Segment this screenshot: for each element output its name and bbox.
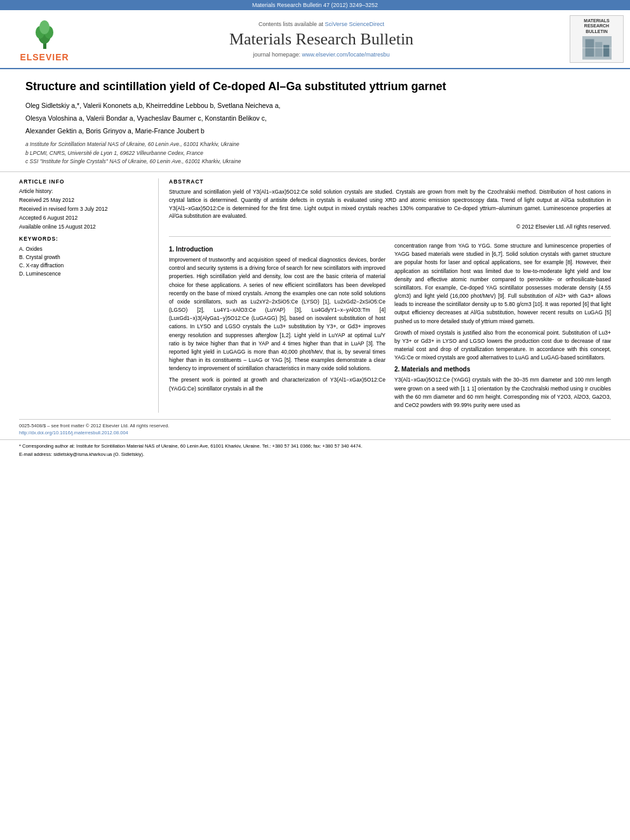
keyword-3: C. X-ray diffraction xyxy=(19,262,148,270)
contents-text: Contents lists available at xyxy=(258,21,323,27)
body-text-area: 1. Introduction Improvement of trustwort… xyxy=(169,242,611,413)
svg-rect-8 xyxy=(603,45,609,57)
intro-para-2: The present work is pointed at growth an… xyxy=(169,376,385,392)
keyword-2: B. Crystal growth xyxy=(19,253,148,262)
article-info-title: ARTICLE INFO xyxy=(19,178,148,185)
journal-cover-icon xyxy=(581,36,613,60)
affiliation-c: c SSI "Institute for Single Crystals" NA… xyxy=(25,157,605,166)
abstract-title: ABSTRACT xyxy=(169,178,611,185)
copyright-line: © 2012 Elsevier Ltd. All rights reserved… xyxy=(169,223,611,230)
available-date: Available online 15 August 2012 xyxy=(19,223,148,231)
keywords-title: Keywords: xyxy=(19,236,148,242)
body-column-left: 1. Introduction Improvement of trustwort… xyxy=(169,242,385,413)
svg-point-4 xyxy=(39,20,50,34)
abstract-box: ABSTRACT Structure and scintillation yie… xyxy=(169,178,611,230)
journal-logo-title: MATERIALSRESEARCHBULLETIN xyxy=(584,18,609,34)
keywords-section: Keywords: A. Oxides B. Crystal growth C.… xyxy=(19,236,148,277)
affiliation-a: a Institute for Scintillation Material N… xyxy=(25,140,605,149)
section2-text: Y3(Al1−xGax)5O12:Ce (YAGG) crystals with… xyxy=(394,376,611,410)
sciverse-link[interactable]: SciVerse ScienceDirect xyxy=(325,21,385,27)
intro-heading: 1. Introduction xyxy=(169,246,385,253)
issn-note: 0025-5408/$ – see front matter © 2012 El… xyxy=(19,423,611,429)
received-date: Received 25 May 2012 xyxy=(19,197,148,204)
history-label: Article history: xyxy=(19,188,148,196)
body-column-right: concentration range from YAG to YGG. Som… xyxy=(394,242,611,413)
journal-title-area: Contents lists available at SciVerse Sci… xyxy=(89,21,554,58)
article-info-column: ARTICLE INFO Article history: Received 2… xyxy=(19,178,159,413)
main-content: ARTICLE INFO Article history: Received 2… xyxy=(0,178,630,413)
accepted-date: Accepted 6 August 2012 xyxy=(19,215,148,222)
intro-col2-para-1: concentration range from YAG to YGG. Som… xyxy=(394,242,611,326)
journal-citation-bar: Materials Research Bulletin 47 (2012) 32… xyxy=(0,0,630,10)
footnote-star: * Corresponding author at: Institute for… xyxy=(19,443,630,450)
section2-heading: 2. Materials and methods xyxy=(394,366,611,373)
elsevier-logo: ELSEVIER xyxy=(6,16,83,62)
elsevier-tree-icon xyxy=(27,16,62,51)
journal-citation-text: Materials Research Bulletin 47 (2012) 32… xyxy=(252,2,378,8)
page-footer: 0025-5408/$ – see front matter © 2012 El… xyxy=(19,419,611,436)
article-content-column: ABSTRACT Structure and scintillation yie… xyxy=(159,178,611,413)
doi-link[interactable]: http://dx.doi.org/10.1016/j.materresbull… xyxy=(19,430,128,436)
authors-line-1: Oleg Sidletskiy a,*, Valerii Kononets a,… xyxy=(25,100,605,111)
section-divider xyxy=(169,236,611,237)
article-info-box: ARTICLE INFO Article history: Received 2… xyxy=(19,178,148,277)
keyword-1: A. Oxides xyxy=(19,245,148,253)
footnote-email: E-mail address: sidletskiy@isma.kharkov.… xyxy=(19,451,630,458)
authors-line-2: Olesya Voloshina a, Valerii Bondar a, Vy… xyxy=(25,113,605,124)
sciverse-line: Contents lists available at SciVerse Sci… xyxy=(89,21,554,27)
abstract-text: Structure and scintillation yield of Y3(… xyxy=(169,188,611,220)
intro-col2-para-2: Growth of mixed crystals is justified al… xyxy=(394,329,611,363)
elsevier-wordmark: ELSEVIER xyxy=(20,52,69,62)
journal-logo-area: MATERIALSRESEARCHBULLETIN xyxy=(560,15,624,63)
affiliations: a Institute for Scintillation Material N… xyxy=(25,140,605,166)
publisher-logo-area: ELSEVIER xyxy=(6,16,83,62)
keyword-4: D. Luminescence xyxy=(19,270,148,278)
homepage-label: journal homepage: xyxy=(253,51,302,58)
article-title-section: Structure and scintillation yield of Ce-… xyxy=(0,69,630,172)
journal-header: ELSEVIER Contents lists available at Sci… xyxy=(0,10,630,69)
homepage-link[interactable]: www.elsevier.com/locate/matresbu xyxy=(302,51,390,58)
article-title: Structure and scintillation yield of Ce-… xyxy=(25,79,605,94)
revised-date: Received in revised form 3 July 2012 xyxy=(19,206,148,213)
journal-homepage: journal homepage: www.elsevier.com/locat… xyxy=(89,51,554,58)
authors-line-3: Alexander Gektin a, Boris Grinyov a, Mar… xyxy=(25,126,605,137)
doi-line: http://dx.doi.org/10.1016/j.materresbull… xyxy=(19,430,611,436)
journal-logo-box: MATERIALSRESEARCHBULLETIN xyxy=(570,15,624,63)
article-history: Article history: Received 25 May 2012 Re… xyxy=(19,188,148,230)
affiliation-b: b LPCMI, CNRS, Université de Lyon 1, 696… xyxy=(25,149,605,157)
journal-title: Materials Research Bulletin xyxy=(89,30,554,49)
intro-para-1: Improvement of trustworthy and acquisiti… xyxy=(169,256,385,373)
footnote-section: * Corresponding author at: Institute for… xyxy=(0,439,630,458)
svg-rect-7 xyxy=(595,42,602,57)
